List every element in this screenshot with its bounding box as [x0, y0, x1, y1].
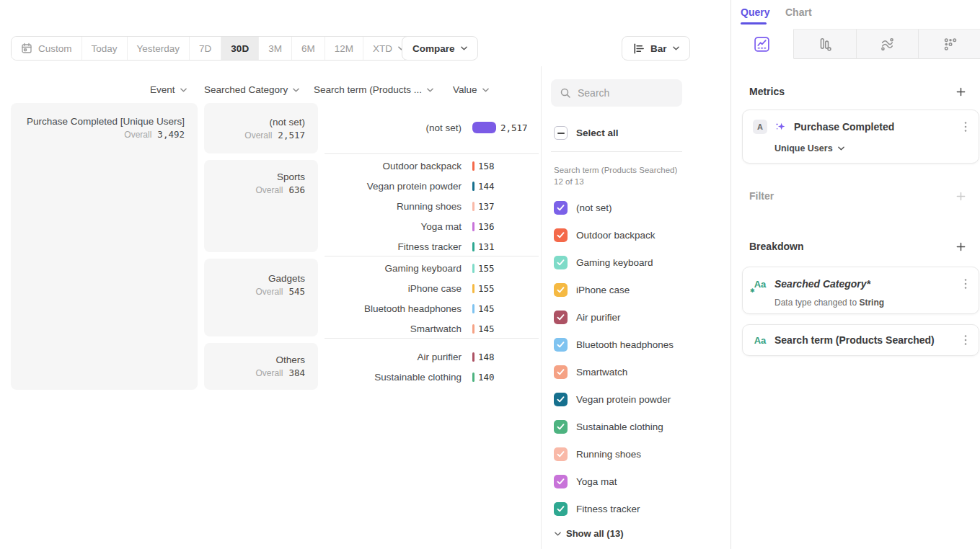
legend-item[interactable]: Fitness tracker: [554, 502, 640, 516]
date-range-30d[interactable]: 30D: [221, 37, 259, 60]
legend-search-box: [551, 79, 682, 107]
group-divider: [325, 256, 539, 256]
add-metric-button[interactable]: [956, 87, 966, 97]
legend-item[interactable]: Bluetooth headphones: [554, 338, 674, 352]
checkbox[interactable]: [554, 256, 568, 269]
check-icon: [557, 287, 565, 293]
kebab-menu-icon[interactable]: [963, 277, 968, 291]
checkbox[interactable]: [554, 502, 568, 516]
table-row: Air purifier 148: [325, 347, 541, 367]
chevron-down-icon: [293, 88, 299, 92]
checkbox[interactable]: [554, 311, 568, 324]
column-header-search-term[interactable]: Search term (Products ...: [314, 84, 433, 95]
tab-funnels[interactable]: [794, 29, 857, 59]
sparkle-event-icon: [774, 121, 787, 133]
modified-star-icon: ✱: [750, 287, 755, 294]
category-cell-not-set: (not set) Overall 2,517: [204, 103, 318, 153]
breakdown-heading: Breakdown: [749, 241, 803, 252]
tab-insights[interactable]: [731, 29, 794, 59]
date-range-label: Custom: [38, 43, 72, 54]
value-bar: [472, 242, 474, 251]
checkbox[interactable]: [554, 283, 568, 297]
checkbox[interactable]: [554, 201, 568, 215]
show-all-button[interactable]: Show all (13): [555, 528, 623, 539]
date-range-yesterday[interactable]: Yesterday: [128, 37, 190, 60]
legend-item[interactable]: Gaming keyboard: [554, 256, 653, 269]
funnel-icon: [816, 36, 833, 53]
date-range-6m[interactable]: 6M: [292, 37, 325, 60]
chart-type-button[interactable]: Bar: [622, 36, 690, 61]
checkbox[interactable]: [554, 475, 568, 488]
check-icon: [557, 205, 565, 211]
query-type-tabstrip: [731, 29, 980, 59]
check-icon: [557, 506, 565, 512]
check-icon: [557, 424, 565, 430]
search-input[interactable]: [578, 87, 664, 99]
legend-item[interactable]: Yoga mat: [554, 475, 617, 488]
add-breakdown-button[interactable]: [956, 242, 966, 251]
legend-item[interactable]: Sustainable clothing: [554, 420, 663, 434]
legend-item[interactable]: Vegan protein powder: [554, 393, 671, 406]
select-all-row[interactable]: Select all: [554, 126, 619, 140]
breakdown-card-search-term[interactable]: Aa Search term (Products Searched): [742, 324, 979, 356]
legend-item[interactable]: Air purifier: [554, 311, 621, 324]
legend-item[interactable]: Running shoes: [554, 447, 641, 461]
table-row: Running shoes 137: [325, 196, 541, 216]
value-bar: [472, 122, 496, 133]
tab-retention[interactable]: [919, 29, 980, 59]
compare-button[interactable]: Compare: [402, 36, 478, 61]
category-cell-gadgets: Gadgets Overall 545: [204, 259, 318, 336]
column-header-event[interactable]: Event: [150, 84, 187, 95]
checkbox[interactable]: [554, 393, 568, 406]
column-header-searched-category[interactable]: Searched Category: [204, 84, 299, 95]
category-cell-others: Others Overall 384: [204, 343, 318, 390]
string-property-icon: Aa: [753, 334, 767, 347]
date-range-custom[interactable]: Custom: [12, 37, 82, 60]
group-divider: [325, 338, 539, 339]
date-range-7d[interactable]: 7D: [190, 37, 221, 60]
legend-item[interactable]: (not set): [554, 201, 612, 215]
check-icon: [557, 232, 565, 238]
metric-card[interactable]: A Purchase Completed Unique Users: [742, 110, 979, 164]
chevron-down-icon: [555, 532, 561, 536]
overall-label: Overall: [124, 130, 151, 140]
table-row: Vegan protein powder 144: [325, 176, 541, 196]
breakdown-note: Data type changed to String: [774, 298, 968, 308]
checkbox[interactable]: [554, 420, 568, 434]
date-range-12m[interactable]: 12M: [325, 37, 363, 60]
add-filter-button[interactable]: [956, 192, 966, 201]
kebab-menu-icon[interactable]: [963, 120, 968, 134]
tab-flows[interactable]: [857, 29, 919, 59]
check-icon: [557, 259, 565, 266]
breakdown-card-searched-category[interactable]: Aa ✱ Searched Category* Data type change…: [742, 267, 979, 314]
table-row: Outdoor backpack 158: [325, 156, 541, 176]
select-all-checkbox[interactable]: [554, 126, 568, 140]
value-bar: [472, 324, 474, 334]
date-range-today[interactable]: Today: [82, 37, 128, 60]
date-range-3m[interactable]: 3M: [259, 37, 292, 60]
legend-item[interactable]: iPhone case: [554, 283, 630, 297]
checkbox[interactable]: [554, 447, 568, 461]
panel-divider: [541, 66, 542, 549]
legend-divider: [551, 151, 682, 152]
legend-item[interactable]: Smartwatch: [554, 365, 627, 379]
insights-chart-icon: [754, 36, 770, 53]
select-all-label: Select all: [576, 128, 619, 138]
metrics-section-header: Metrics: [749, 86, 966, 97]
table-row: Fitness tracker 131: [325, 236, 541, 256]
legend-item[interactable]: Outdoor backpack: [554, 228, 655, 242]
tab-chart[interactable]: Chart: [785, 6, 812, 18]
checkbox[interactable]: [554, 228, 568, 242]
column-header-value[interactable]: Value: [453, 84, 489, 95]
chevron-down-icon: [427, 88, 433, 92]
group-divider: [325, 153, 539, 154]
value-bar: [472, 304, 474, 313]
tab-query[interactable]: Query: [741, 6, 769, 18]
check-icon: [557, 451, 565, 458]
check-icon: [557, 478, 565, 485]
checkbox[interactable]: [554, 338, 568, 352]
aggregation-dropdown[interactable]: Unique Users: [774, 143, 968, 153]
checkbox[interactable]: [554, 365, 568, 379]
kebab-menu-icon[interactable]: [963, 333, 968, 347]
metric-letter-badge: A: [753, 120, 767, 134]
